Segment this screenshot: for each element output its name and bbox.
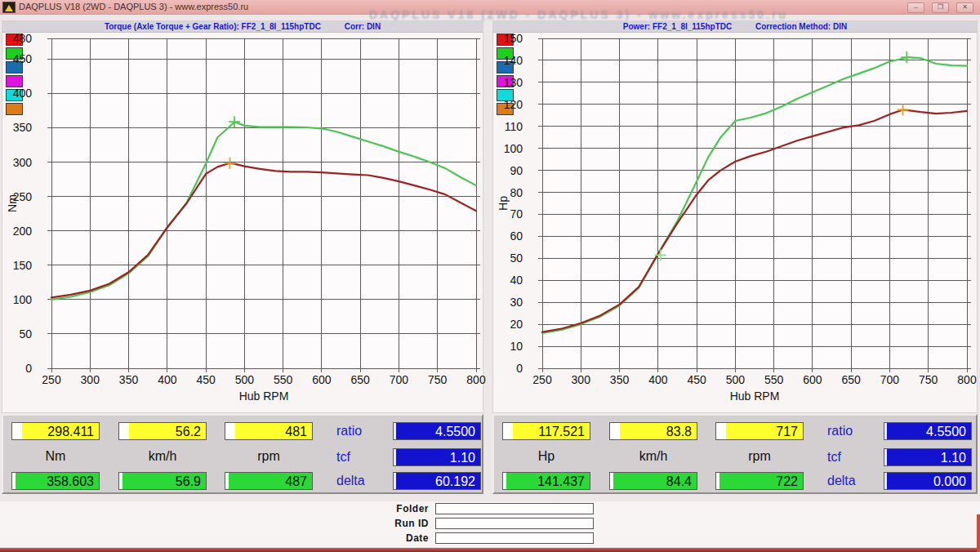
y-axis-title: Hp xyxy=(497,187,510,220)
delta-label: delta xyxy=(336,472,389,490)
y-tick-label: 300 xyxy=(2,156,43,169)
x-tick-label: 600 xyxy=(304,373,340,386)
y-tick-label: 450 xyxy=(2,52,43,65)
cursor-value-hp: 117.521 xyxy=(502,422,590,440)
bottom-red-strip xyxy=(0,548,980,552)
folder-label: Folder xyxy=(351,503,429,514)
y-tick-label: 130 xyxy=(493,76,534,89)
cursor-value-nm: 298.411 xyxy=(11,422,100,440)
tcf-value: 1.10 xyxy=(884,448,972,466)
unit-label-nm: Nm xyxy=(11,448,100,465)
ratio-label: ratio xyxy=(827,422,880,440)
y-tick-label: 50 xyxy=(493,252,534,265)
torque-chart-header: Torque (Axle Torque + Gear Ratio): FF2_1… xyxy=(2,21,483,33)
run-id-label: Run ID xyxy=(351,518,429,529)
date-input[interactable] xyxy=(435,532,594,544)
cursor-value-km/h: 56.2 xyxy=(118,422,207,440)
form-row-run-id: Run ID xyxy=(0,518,980,530)
peak-value-rpm: 722 xyxy=(715,472,804,490)
legend-swatch-3-icon[interactable] xyxy=(6,75,23,87)
x-tick-label: 600 xyxy=(795,373,831,386)
x-tick-label: 500 xyxy=(226,373,262,386)
y-tick-label: 150 xyxy=(2,259,43,272)
unit-label-rpm: rpm xyxy=(715,448,804,465)
x-tick-label: 800 xyxy=(949,373,980,386)
peak-value-hp: 141.437 xyxy=(502,472,590,490)
tcf-label: tcf xyxy=(827,448,880,466)
peak-value-km/h: 84.4 xyxy=(609,472,697,490)
peak-value-km/h: 56.9 xyxy=(118,472,207,490)
run-info-form: FolderRun IDDate xyxy=(0,501,980,547)
x-tick-label: 550 xyxy=(265,373,301,386)
delta-value: 0.000 xyxy=(884,472,972,490)
torque-readout-panel: 298.41156.2481Nmkm/hrpm358.60356.9487rat… xyxy=(2,414,483,494)
folder-input[interactable] xyxy=(435,503,594,514)
power-chart-header: Power: FF2_1_8l_115hpTDC Correction Meth… xyxy=(493,21,977,33)
y-tick-label: 60 xyxy=(493,229,534,243)
window-controls: – ❐ ✕ xyxy=(907,2,973,13)
torque-chart[interactable]: 0501001502002503003504004504802503003504… xyxy=(2,32,483,414)
y-tick-label: 40 xyxy=(493,274,534,287)
power-chart-panel: Power: FF2_1_8l_115hpTDC Correction Meth… xyxy=(492,20,978,413)
delta-value: 60.192 xyxy=(393,472,481,490)
x-tick-label: 350 xyxy=(602,373,638,386)
x-tick-label: 450 xyxy=(188,373,224,386)
ratio-label: ratio xyxy=(336,422,389,440)
y-tick-label: 350 xyxy=(2,121,43,134)
y-tick-label: 90 xyxy=(493,164,534,177)
cursor-value-km/h: 83.8 xyxy=(609,422,697,440)
unit-label-km/h: km/h xyxy=(118,448,207,465)
legend-swatch-5-icon[interactable] xyxy=(6,103,23,115)
power-chart[interactable]: 0102030405060708090100110120130140150250… xyxy=(493,32,977,414)
app-icon xyxy=(2,2,16,13)
y-tick-label: 400 xyxy=(2,87,43,100)
torque-chart-title: Torque (Axle Torque + Gear Ratio): FF2_1… xyxy=(105,22,321,31)
x-axis-title: Hub RPM xyxy=(706,390,804,403)
torque-plot[interactable] xyxy=(47,33,481,373)
y-tick-label: 50 xyxy=(2,327,43,341)
x-tick-label: 450 xyxy=(679,373,715,386)
power-correction-label: Correction Method: DIN xyxy=(755,22,847,31)
x-tick-label: 350 xyxy=(111,373,147,386)
x-axis-title: Hub RPM xyxy=(215,390,313,403)
power-plot[interactable] xyxy=(537,33,972,373)
x-tick-label: 750 xyxy=(911,373,947,386)
cursor-value-rpm: 717 xyxy=(715,422,804,440)
x-tick-label: 300 xyxy=(563,373,599,386)
torque-chart-panel: Torque (Axle Torque + Gear Ratio): FF2_1… xyxy=(2,20,483,413)
y-tick-label: 140 xyxy=(493,54,534,67)
y-tick-label: 200 xyxy=(2,225,43,238)
power-chart-title: Power: FF2_1_8l_115hpTDC xyxy=(623,22,732,31)
x-tick-label: 250 xyxy=(33,373,69,386)
tcf-value: 1.10 xyxy=(393,448,481,466)
unit-label-rpm: rpm xyxy=(225,448,313,465)
minimize-button[interactable]: – xyxy=(907,2,924,13)
run-id-input[interactable] xyxy=(435,518,594,529)
close-button[interactable]: ✕ xyxy=(956,2,973,13)
peak-value-nm: 358.603 xyxy=(11,472,100,490)
right-red-edge xyxy=(977,514,980,552)
x-tick-label: 650 xyxy=(833,373,869,386)
y-tick-label: 100 xyxy=(2,293,43,306)
power-readout-panel: 117.52183.8717Hpkm/hrpm141.43784.4722rat… xyxy=(492,414,978,494)
y-tick-label: 480 xyxy=(2,32,43,45)
x-tick-label: 700 xyxy=(381,373,416,386)
x-tick-label: 650 xyxy=(342,373,378,386)
app-window: DAQPLUS V18 (2WD - DAQPLUS 3) - www.expr… xyxy=(0,0,980,552)
window-title: DAQPLUS V18 (2WD - DAQPLUS 3) - www.expr… xyxy=(19,2,248,11)
ratio-value: 4.5500 xyxy=(884,422,972,440)
form-row-folder: Folder xyxy=(0,503,980,515)
x-tick-label: 300 xyxy=(72,373,108,386)
x-tick-label: 800 xyxy=(458,373,494,386)
y-axis-title: Nm xyxy=(6,187,19,220)
x-tick-label: 400 xyxy=(149,373,185,386)
x-tick-label: 750 xyxy=(420,373,456,386)
unit-label-km/h: km/h xyxy=(609,448,697,465)
y-tick-label: 100 xyxy=(493,142,534,155)
x-tick-label: 500 xyxy=(717,373,753,386)
unit-label-hp: Hp xyxy=(502,448,590,465)
y-tick-label: 120 xyxy=(493,98,534,111)
restore-button[interactable]: ❐ xyxy=(932,2,949,13)
torque-correction-label: Corr: DIN xyxy=(345,22,381,31)
tcf-label: tcf xyxy=(336,448,389,466)
